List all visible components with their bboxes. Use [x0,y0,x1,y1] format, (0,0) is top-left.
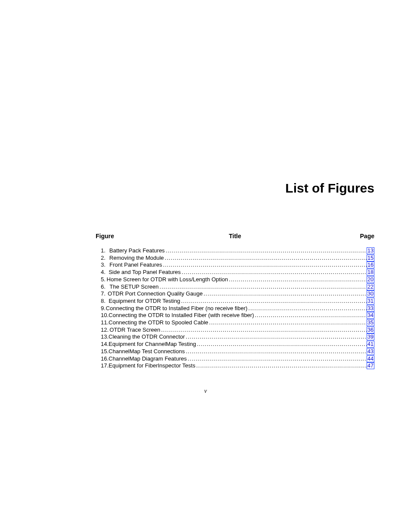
lof-entry-number: 7. [96,290,108,298]
lof-list: 1. Battery Pack Features 13 2. Removing … [96,247,374,370]
lof-entry-title: Cleaning the OTDR Connector [109,333,185,341]
lof-entry-page-link[interactable]: 15 [367,255,374,261]
lof-entry-title: OTDR Trace Screen [109,327,160,334]
lof-entry: 5. Home Screen for OTDR with Loss/Length… [96,276,374,283]
lof-entry-leader [202,290,367,298]
lof-entry-number: 15. [96,348,109,355]
lof-entry-leader [159,283,367,291]
lof-entry-number: 8. [96,298,109,305]
lof-entry-page-link[interactable]: 20 [367,276,374,283]
list-of-figures-heading: List of Figures [285,181,374,196]
lof-entry-number: 17. [96,362,109,370]
lof-entry-number: 10. [96,312,109,319]
lof-entry-title: Front Panel Features [109,261,162,269]
lof-entry-number: 9. [96,305,106,312]
lof-entry-page-link[interactable]: 44 [367,355,374,362]
lof-entry: 6. The SETUP Screen 22 [96,283,374,291]
col-figure-label: Figure [96,233,114,240]
lof-entry-page-link[interactable]: 18 [367,269,374,276]
lof-entry: 4. Side and Top Panel Features 18 [96,269,374,276]
lof-entry-leader [160,327,367,334]
lof-entry: 13. Cleaning the OTDR Connector 39 [96,333,374,341]
col-page-label: Page [360,233,374,240]
lof-entry-title: Connecting the OTDR to Spooled Cable [109,319,208,327]
lof-entry-leader [247,305,367,312]
lof-entry-leader [208,319,367,327]
lof-entry-page-link[interactable]: 39 [367,333,374,340]
lof-entry-title: OTDR Port Connection Quality Gauge [108,290,202,298]
lof-entry-page-link[interactable]: 41 [367,341,374,348]
lof-entry-title: Battery Pack Features [109,247,165,255]
col-title-label: Title [229,233,241,240]
lof-entry-number: 5. [96,276,107,283]
lof-entry-leader [195,362,367,370]
lof-entry-leader [165,247,367,255]
lof-entry-title: ChannelMap Test Connections [109,348,185,355]
lof-entry-number: 16. [96,355,109,363]
lof-entry-page-link[interactable]: 33 [367,305,374,312]
lof-entry-number: 6. [96,283,109,291]
lof-entry-number: 14. [96,341,109,348]
lof-entry-number: 1. [96,247,109,255]
lof-entry-page-link[interactable]: 22 [367,283,374,290]
lof-entry: 9. Connecting the OTDR to Installed Fibe… [96,305,374,312]
lof-entry: 7. OTDR Port Connection Quality Gauge 30 [96,290,374,298]
lof-entry-page-link[interactable]: 35 [367,319,374,326]
lof-entry: 15. ChannelMap Test Connections 43 [96,348,374,355]
lof-entry-number: 3. [96,261,109,269]
lof-entry-title: Home Screen for OTDR with Loss/Length Op… [107,276,228,283]
lof-entry: 10. Connecting the OTDR to Installed Fib… [96,312,374,319]
lof-entry-page-link[interactable]: 31 [367,298,374,305]
lof-entry-page-link[interactable]: 13 [367,247,374,254]
lof-entry-leader [196,341,367,348]
lof-entry-page-link[interactable]: 43 [367,348,374,355]
lof-entry-page-link[interactable]: 16 [367,261,374,268]
lof-entry: 8. Equipment for OTDR Testing 31 [96,298,374,305]
lof-entry-page-link[interactable]: 47 [367,362,374,369]
lof-entry-number: 2. [96,255,109,262]
lof-entry-number: 11. [96,319,109,327]
lof-entry-title: Connecting the OTDR to Installed Fiber (… [106,305,248,312]
lof-entry: 3. Front Panel Features 16 [96,261,374,269]
page-number: v [204,388,207,395]
page: List of Figures Figure Title Page 1. Bat… [0,0,411,532]
lof-entry-title: Equipment for FiberInspector Tests [109,362,195,370]
lof-entry-title: Side and Top Panel Features [109,269,181,276]
lof-columns-header: Figure Title Page [96,233,374,240]
lof-entry-page-link[interactable]: 34 [367,312,374,319]
lof-entry-leader [228,276,367,283]
lof-entry: 14. Equipment for ChannelMap Testing 41 [96,341,374,348]
lof-entry-leader [185,348,367,355]
lof-entry-title: The SETUP Screen [109,283,159,291]
lof-entry-title: Removing the Module [109,255,164,262]
lof-entry: 11. Connecting the OTDR to Spooled Cable… [96,319,374,327]
lof-entry-page-link[interactable]: 36 [367,327,374,333]
lof-entry-title: Connecting the OTDR to Installed Fiber (… [109,312,254,319]
lof-entry-leader [180,298,367,305]
lof-entry-number: 4. [96,269,109,276]
lof-entry: 12. OTDR Trace Screen 36 [96,327,374,334]
lof-entry: 17. Equipment for FiberInspector Tests 4… [96,362,374,370]
lof-entry-title: Equipment for OTDR Testing [109,298,180,305]
lof-entry-title: Equipment for ChannelMap Testing [109,341,196,348]
lof-entry-title: ChannelMap Diagram Features [109,355,187,363]
lof-entry-leader [164,255,367,262]
lof-entry-leader [187,355,367,363]
lof-entry-page-link[interactable]: 30 [367,290,374,297]
lof-entry-number: 13. [96,333,109,341]
lof-entry-leader [162,261,367,269]
lof-entry-leader [185,333,367,341]
lof-entry-number: 12. [96,327,109,334]
lof-entry-leader [254,312,367,319]
lof-entry-leader [181,269,367,276]
lof-entry: 1. Battery Pack Features 13 [96,247,374,255]
lof-entry: 2. Removing the Module 15 [96,255,374,262]
lof-entry: 16. ChannelMap Diagram Features 44 [96,355,374,363]
